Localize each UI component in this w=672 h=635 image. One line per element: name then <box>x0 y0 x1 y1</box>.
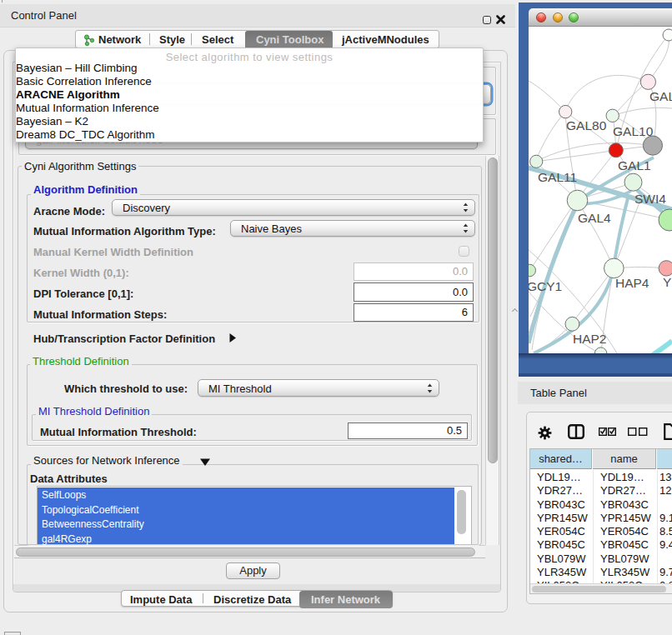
svg-text:GAL80: GAL80 <box>566 118 607 132</box>
svg-text:GAL10: GAL10 <box>613 124 654 138</box>
svg-text:GAL1: GAL1 <box>618 158 651 172</box>
svg-text:GAL11: GAL11 <box>538 170 577 184</box>
svg-text:GAL4: GAL4 <box>578 211 611 225</box>
svg-text:YM: YM <box>663 275 672 289</box>
svg-text:GCY1: GCY1 <box>529 279 562 293</box>
svg-text:HAP2: HAP2 <box>573 332 607 346</box>
svg-text:SWI4: SWI4 <box>634 192 666 206</box>
svg-text:GAL2: GAL2 <box>649 89 672 103</box>
svg-text:HAP4: HAP4 <box>615 276 649 290</box>
